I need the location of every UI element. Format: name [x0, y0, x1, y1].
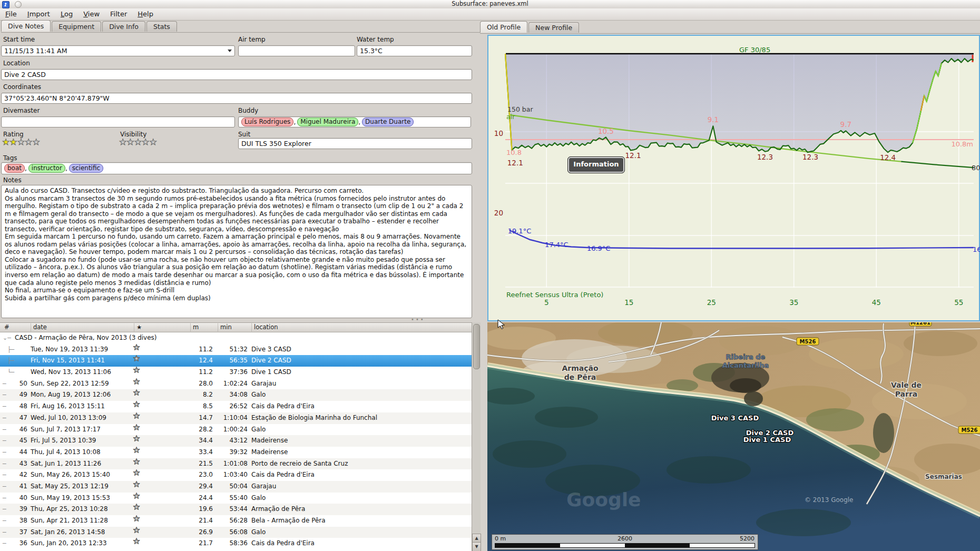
cell-date: Tue, Nov 19, 2013 11:39 — [31, 344, 108, 356]
table-row[interactable]: ─42Sun, May 26, 2013 15:4023.01:03:40Cai… — [0, 469, 472, 481]
menu-import[interactable]: Import — [22, 8, 55, 18]
town-label-vale-de-2: Parra — [895, 390, 918, 398]
tab-dive-info[interactable]: Dive Info — [102, 21, 145, 32]
dive-site-marker[interactable]: Dive 3 CASD — [711, 414, 759, 422]
token-instructor[interactable]: instructor — [28, 164, 65, 173]
star-empty-icon[interactable]: ★ — [17, 137, 25, 147]
cell-dur: 51:32 — [212, 344, 248, 356]
tab-new-profile[interactable]: New Profile — [528, 22, 579, 33]
table-row[interactable]: ├─Tue, Nov 19, 2013 11:3911.251:32Dive 3… — [0, 344, 472, 356]
column-header-5[interactable]: location — [251, 323, 278, 331]
table-row[interactable]: ─46Sun, Jul 7, 2013 17:1728.21:00:24Galo… — [0, 424, 472, 436]
star-empty-icon: ★ — [133, 355, 140, 367]
table-row[interactable]: ─48Fri, Aug 16, 2013 15:118.526:52Cais d… — [0, 401, 472, 412]
star-empty-icon[interactable]: ★ — [142, 137, 149, 147]
tab-stats[interactable]: Stats — [146, 21, 177, 32]
column-header-0[interactable]: # — [2, 323, 9, 331]
buddy-input[interactable]: Luís Rodrigues,Miguel Madureira,Duarte D… — [238, 116, 471, 127]
star-empty-icon: ★ — [133, 481, 140, 493]
star-empty-icon[interactable]: ★ — [134, 137, 142, 147]
table-row[interactable]: ─50Sun, Sep 22, 2013 12:5928.01:02:24Gar… — [0, 378, 472, 390]
svg-text:5: 5 — [544, 298, 549, 307]
table-row[interactable]: ─47Wed, Jul 10, 2013 13:0914.71:10:04Est… — [0, 412, 472, 424]
cell-loc: Galo — [251, 527, 266, 538]
divemaster-input[interactable] — [1, 116, 235, 127]
dive-site-map[interactable]: Armaçãode PêraVale deParraSesmariasRibei… — [487, 322, 980, 551]
visibility-stars[interactable]: ★★★★★ — [119, 137, 157, 147]
menu-log[interactable]: Log — [55, 8, 78, 18]
scale-start: 0 m — [495, 535, 506, 542]
scrollbar-thumb[interactable] — [473, 324, 480, 369]
tab-equipment[interactable]: Equipment — [52, 21, 101, 32]
token-miguel-madureira[interactable]: Miguel Madureira — [297, 117, 358, 126]
information-button[interactable]: Information — [567, 156, 625, 173]
table-row[interactable]: ├─Fri, Nov 15, 2013 11:4112.456:35Dive 2… — [0, 355, 472, 367]
column-header-4[interactable]: min — [218, 323, 232, 331]
table-row[interactable]: ─45Fri, Jul 5, 2013 10:3934.443:12Madeir… — [0, 435, 472, 447]
air-temp-input[interactable] — [238, 45, 355, 56]
start-time-input[interactable] — [1, 45, 235, 56]
table-row[interactable]: ─49Mon, Aug 19, 2013 12:068.234:08Galo★★… — [0, 389, 472, 401]
tree-line: ─ — [3, 481, 6, 493]
location-input[interactable] — [1, 69, 472, 80]
cell-num: 36 — [13, 538, 27, 549]
table-row[interactable]: ─43Sat, Jun 1, 2013 11:2621.51:01:08Port… — [0, 458, 472, 470]
token-boat[interactable]: boat — [4, 164, 25, 173]
dive-list-header[interactable]: #date★mminlocation — [0, 323, 472, 332]
menu-view[interactable]: View — [78, 8, 105, 18]
menu-filter[interactable]: Filter — [105, 8, 132, 18]
tab-old-profile[interactable]: Old Profile — [480, 21, 527, 33]
star-filled-icon[interactable]: ★ — [2, 137, 9, 147]
token-scientific[interactable]: scientific — [69, 164, 103, 173]
cell-loc: Galo — [251, 493, 266, 504]
star-empty-icon[interactable]: ★ — [119, 137, 126, 147]
table-row[interactable]: ─37Sat, Jan 26, 2013 14:5826.956:08Galo★… — [0, 527, 472, 538]
table-row[interactable]: ─41Sat, May 25, 2013 12:1929.450:04Garaj… — [0, 481, 472, 493]
tags-input[interactable]: boat,instructor,scientific — [1, 162, 472, 174]
cell-depth: 14.7 — [187, 412, 213, 424]
svg-text:17.4°C: 17.4°C — [545, 241, 569, 249]
tree-line: ─ — [3, 493, 6, 504]
trip-row[interactable]: ⌄─CASD - Armação de Pêra, Nov 2013 (3 di… — [0, 332, 472, 344]
window-menu-button[interactable] — [15, 1, 22, 8]
cell-dur: 1:10:04 — [212, 412, 248, 424]
table-row[interactable]: ─38Sun, Apr 21, 2013 11:2821.456:28Bela … — [0, 515, 472, 527]
dive-list-scrollbar[interactable]: ▲ ▼ — [472, 322, 481, 551]
cell-loc: Cais da Pedra d'Eira — [251, 401, 315, 412]
cell-loc: Cais da Pedra d'Eira — [251, 538, 315, 549]
splitter-handle[interactable]: ••• — [411, 317, 425, 322]
notes-textarea[interactable]: Aula do curso CASD. Transectos c/video e… — [1, 185, 472, 318]
column-header-1[interactable]: date — [31, 323, 47, 331]
table-row[interactable]: ─39Thu, Apr 25, 2013 10:2819.653:44Armaç… — [0, 504, 472, 515]
table-row[interactable]: ─36Sun, Jan 20, 2013 12:3321.758:36Cais … — [0, 538, 472, 549]
rating-stars[interactable]: ★★★★★ — [2, 137, 40, 147]
table-row[interactable]: ─44Thu, Jul 4, 2013 10:0833.439:32Madeir… — [0, 447, 472, 458]
tab-dive-notes[interactable]: Dive Notes — [1, 20, 51, 32]
token-duarte-duarte[interactable]: Duarte Duarte — [362, 117, 414, 126]
star-empty-icon[interactable]: ★ — [149, 137, 156, 147]
star-filled-icon[interactable]: ★ — [9, 137, 17, 147]
water-temp-input[interactable] — [357, 45, 472, 56]
chevron-down-icon[interactable] — [228, 50, 232, 52]
svg-text:150 bar: 150 bar — [507, 105, 533, 113]
table-row[interactable]: └─Wed, Nov 13, 2013 11:0611.237:36Dive 1… — [0, 367, 472, 378]
menu-help[interactable]: Help — [132, 8, 159, 18]
table-row[interactable]: ─40Sun, May 19, 2013 15:5324.455:40Galo★… — [0, 493, 472, 504]
collapse-icon[interactable]: ⌄─ — [3, 332, 11, 344]
star-empty-icon[interactable]: ★ — [25, 137, 32, 147]
svg-text:9.1: 9.1 — [708, 115, 719, 124]
suit-input[interactable] — [238, 138, 472, 149]
column-header-3[interactable]: m — [190, 323, 199, 331]
coordinates-input[interactable] — [1, 93, 472, 104]
column-header-2[interactable]: ★ — [134, 323, 142, 331]
cell-dur: 34:08 — [212, 389, 248, 401]
cell-num: 49 — [13, 389, 27, 401]
cell-date: Sun, May 26, 2013 15:40 — [31, 469, 110, 481]
star-empty-icon[interactable]: ★ — [32, 137, 40, 147]
menu-file[interactable]: File — [0, 8, 22, 18]
dive-site-marker[interactable]: Dive 1 CASD — [743, 436, 791, 444]
star-empty-icon[interactable]: ★ — [126, 137, 134, 147]
start-time-combobox[interactable] — [1, 45, 235, 56]
token-luís-rodrigues[interactable]: Luís Rodrigues — [241, 117, 293, 126]
scroll-down-button[interactable]: ▼ — [472, 542, 481, 551]
